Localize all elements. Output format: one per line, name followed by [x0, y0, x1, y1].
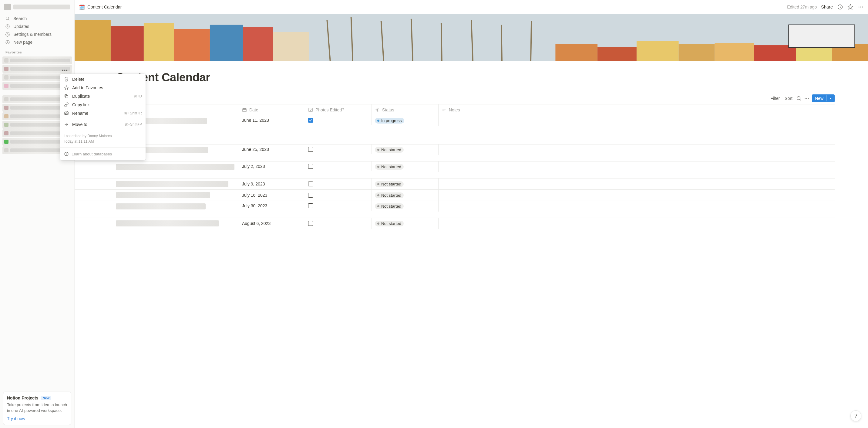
cell-photos-edited[interactable]: [305, 115, 372, 125]
checkbox[interactable]: [308, 193, 313, 198]
copy-icon: [64, 93, 69, 99]
cell-notes[interactable]: [439, 201, 835, 206]
cell-status[interactable]: Not started: [372, 218, 439, 229]
cell-status[interactable]: Not started: [372, 190, 439, 201]
cell-status[interactable]: Not started: [372, 201, 439, 211]
status-icon: [375, 108, 380, 112]
svg-rect-24: [679, 44, 715, 61]
updates-icon[interactable]: [837, 4, 843, 10]
cell-status[interactable]: In progress: [372, 115, 439, 126]
cell-photos-edited[interactable]: [305, 178, 372, 190]
cell-notes[interactable]: [439, 162, 835, 166]
checkbox[interactable]: [308, 118, 313, 123]
svg-point-11: [862, 7, 863, 7]
column-header-date[interactable]: Date: [239, 105, 305, 115]
cell-notes[interactable]: [439, 115, 835, 120]
workspace-switcher[interactable]: [3, 2, 71, 11]
search-icon[interactable]: [796, 96, 802, 101]
svg-point-48: [377, 109, 378, 111]
cell-date[interactable]: June 25, 2023: [239, 144, 305, 154]
cell-date[interactable]: July 2, 2023: [239, 162, 305, 171]
new-button[interactable]: New: [812, 94, 835, 102]
cell-date[interactable]: July 30, 2023: [239, 201, 305, 211]
cell-notes[interactable]: [439, 190, 835, 201]
menu-item-duplicate[interactable]: Duplicate⌘+D: [60, 92, 146, 101]
help-button[interactable]: ?: [850, 410, 861, 421]
cell-photos-edited[interactable]: [305, 218, 372, 229]
cell-status[interactable]: Not started: [372, 178, 439, 190]
list-item[interactable]: [2, 65, 72, 73]
cell-status[interactable]: Not started: [372, 144, 439, 155]
menu-item-delete[interactable]: Delete: [60, 75, 146, 84]
cell-photos-edited[interactable]: [305, 144, 372, 154]
table-row[interactable]: June 25, 2023Not started: [74, 144, 835, 162]
cell-date[interactable]: June 11, 2023: [239, 115, 305, 125]
more-icon[interactable]: •••: [62, 68, 68, 73]
svg-rect-20: [273, 32, 309, 61]
cell-name[interactable]: [74, 201, 239, 212]
star-icon[interactable]: [847, 4, 854, 10]
more-icon[interactable]: [858, 4, 864, 10]
table-row[interactable]: July 16, 2023Not started: [74, 190, 835, 201]
more-icon[interactable]: [804, 96, 809, 101]
cell-name[interactable]: [74, 218, 239, 229]
svg-point-0: [6, 17, 9, 20]
column-header-photos[interactable]: Photos Edited?: [305, 105, 372, 115]
sidebar-settings[interactable]: Settings & members: [2, 30, 72, 38]
cell-name[interactable]: [74, 178, 239, 190]
clock-icon: [5, 24, 10, 29]
sidebar-new-page-label: New page: [13, 40, 32, 45]
checkbox[interactable]: [308, 221, 313, 226]
column-header-notes[interactable]: Notes: [439, 105, 835, 115]
column-header-status[interactable]: Status: [372, 105, 439, 115]
menu-item-move-to[interactable]: Move to ⌘+Shift+P: [60, 120, 146, 129]
cell-date[interactable]: July 9, 2023: [239, 178, 305, 190]
share-button[interactable]: Share: [821, 5, 833, 9]
help-icon: [64, 151, 69, 156]
cell-notes[interactable]: [439, 144, 835, 149]
status-badge: Not started: [375, 147, 404, 153]
table-row[interactable]: August 6, 2023Not started: [74, 218, 835, 229]
cell-name[interactable]: [74, 190, 239, 201]
checkbox[interactable]: [308, 147, 313, 152]
cell-status[interactable]: Not started: [372, 162, 439, 172]
cover-image[interactable]: [74, 14, 868, 61]
cell-date[interactable]: August 6, 2023: [239, 218, 305, 229]
svg-point-9: [859, 7, 860, 7]
favorites-header[interactable]: Favorites: [2, 49, 72, 55]
sidebar-updates[interactable]: Updates: [2, 23, 72, 30]
table-row[interactable]: June 11, 2023In progress: [74, 115, 835, 144]
cell-name[interactable]: [74, 162, 239, 172]
cell-date[interactable]: July 16, 2023: [239, 190, 305, 201]
sidebar-search[interactable]: Search: [2, 15, 72, 23]
menu-learn-link[interactable]: Learn about databases: [60, 149, 146, 159]
cell-photos-edited[interactable]: [305, 190, 372, 201]
menu-item-add-to-favorites[interactable]: Add to Favorites: [60, 84, 146, 92]
breadcrumb[interactable]: 🗓️ Content Calendar: [79, 4, 122, 10]
filter-button[interactable]: Filter: [769, 95, 781, 102]
sidebar-updates-label: Updates: [13, 24, 29, 29]
cell-notes[interactable]: [439, 178, 835, 190]
table-row[interactable]: July 2, 2023Not started: [74, 162, 835, 178]
menu-item-copy-link[interactable]: Copy link: [60, 101, 146, 109]
table-row[interactable]: July 9, 2023Not started: [74, 178, 835, 190]
chevron-down-icon[interactable]: [827, 95, 835, 102]
status-badge: Not started: [375, 181, 404, 187]
svg-rect-37: [788, 25, 855, 48]
list-item[interactable]: [2, 56, 72, 64]
trash-icon: [64, 77, 69, 82]
cell-photos-edited[interactable]: [305, 201, 372, 211]
cell-photos-edited[interactable]: [305, 162, 372, 171]
svg-rect-14: [74, 20, 111, 61]
checkbox[interactable]: [308, 181, 313, 187]
sidebar-new-page[interactable]: New page: [2, 38, 72, 46]
checkbox[interactable]: [308, 203, 313, 208]
promo-cta[interactable]: Try it now: [7, 416, 67, 421]
menu-item-rename[interactable]: Rename⌘+Shift+R: [60, 109, 146, 117]
sort-button[interactable]: Sort: [783, 95, 794, 102]
svg-point-57: [66, 155, 66, 155]
checkbox[interactable]: [308, 164, 313, 169]
cell-notes[interactable]: [439, 218, 835, 229]
svg-point-38: [797, 96, 800, 100]
table-row[interactable]: July 30, 2023Not started: [74, 201, 835, 218]
